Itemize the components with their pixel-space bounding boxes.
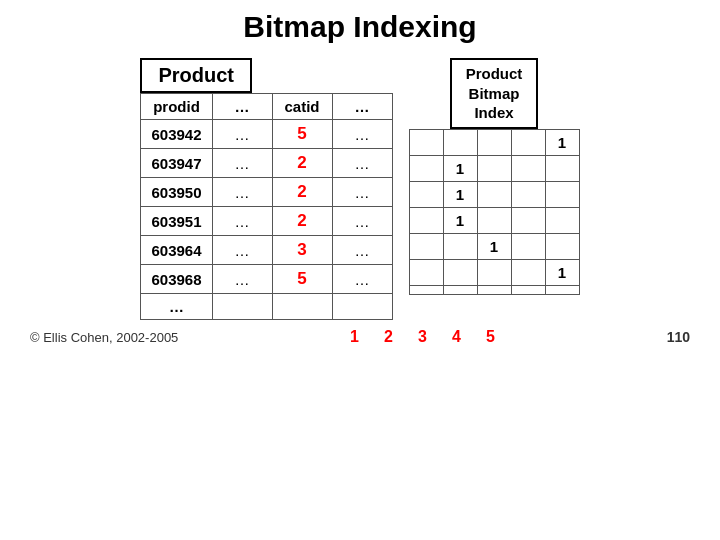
bitmap-cell [511,155,545,181]
bitmap-cell [409,155,443,181]
bitmap-label: ProductBitmapIndex [450,58,539,129]
bitmap-col-num: 3 [405,326,439,348]
table-row: 603951 [141,207,212,236]
table-row: 603950 [141,178,212,207]
bitmap-cell [409,129,443,155]
numbers-and-footer: © Ellis Cohen, 2002-2005 12345 110 [30,326,690,348]
bitmap-cell [511,233,545,259]
table-cell-dots2: … [332,265,392,294]
table-row: 603947 [141,149,212,178]
content-area: Product prodid … catid … 603942…5…603947… [20,58,700,320]
table-cell-dots1 [212,294,272,320]
bitmap-cell [443,259,477,285]
table-cell-dots1: … [212,178,272,207]
bitmap-cell: 1 [477,233,511,259]
table-cell-catid: 5 [272,120,332,149]
bitmap-cell [545,207,579,233]
table-cell-catid: 5 [272,265,332,294]
table-cell-dots2: … [332,207,392,236]
col-catid: catid [272,94,332,120]
bitmap-cell [511,207,545,233]
bottom-area: © Ellis Cohen, 2002-2005 12345 110 [20,322,700,348]
bitmap-cell [545,233,579,259]
bitmap-cell: 1 [443,155,477,181]
table-cell-dots2: … [332,178,392,207]
table-cell-catid: 2 [272,178,332,207]
bitmap-cell [511,259,545,285]
bitmap-section: ProductBitmapIndex 111111 [409,58,580,320]
footer-page: 110 [667,329,690,345]
bitmap-cell [511,129,545,155]
table-cell-dots1: … [212,120,272,149]
table-cell-dots2: … [332,120,392,149]
bitmap-cell [409,233,443,259]
bitmap-cell: 1 [545,129,579,155]
bitmap-cell [545,155,579,181]
footer-copyright: © Ellis Cohen, 2002-2005 [30,330,178,345]
table-cell-catid: 2 [272,149,332,178]
bitmap-cell [477,259,511,285]
product-table: prodid … catid … 603942…5…603947…2…60395… [140,93,392,320]
bitmap-cell [409,285,443,294]
table-cell-catid [272,294,332,320]
bitmap-cell [443,285,477,294]
bitmap-col-num: 4 [439,326,473,348]
table-cell-dots1: … [212,149,272,178]
product-label: Product [140,58,252,93]
col-dots1: … [212,94,272,120]
table-cell-dots1: … [212,236,272,265]
bitmap-cell [511,285,545,294]
bitmap-col-num: 1 [337,326,371,348]
table-row: 603942 [141,120,212,149]
bitmap-cell [443,233,477,259]
table-row: … [141,294,212,320]
bitmap-cell [477,129,511,155]
table-cell-dots2: … [332,149,392,178]
bitmap-cell [409,259,443,285]
table-cell-dots1: … [212,207,272,236]
product-section: Product prodid … catid … 603942…5…603947… [140,58,392,320]
bitmap-cell [443,129,477,155]
bitmap-cell [545,285,579,294]
bitmap-cell [477,155,511,181]
bitmap-col-num: 5 [473,326,507,348]
table-cell-dots2 [332,294,392,320]
bitmap-cell: 1 [545,259,579,285]
table-row: 603964 [141,236,212,265]
bitmap-cell [409,181,443,207]
bitmap-cell: 1 [443,181,477,207]
bitmap-cell [477,181,511,207]
bitmap-cell [409,207,443,233]
bitmap-col-num: 2 [371,326,405,348]
table-cell-dots2: … [332,236,392,265]
table-cell-catid: 2 [272,207,332,236]
col-dots2: … [332,94,392,120]
table-row: 603968 [141,265,212,294]
bitmap-table: 111111 [409,129,580,295]
bitmap-cell: 1 [443,207,477,233]
table-cell-catid: 3 [272,236,332,265]
page-title: Bitmap Indexing [243,10,476,44]
bitmap-cell [477,207,511,233]
bitmap-cell [545,181,579,207]
col-prodid: prodid [141,94,212,120]
bitmap-cell [511,181,545,207]
bitmap-cell [477,285,511,294]
table-cell-dots1: … [212,265,272,294]
